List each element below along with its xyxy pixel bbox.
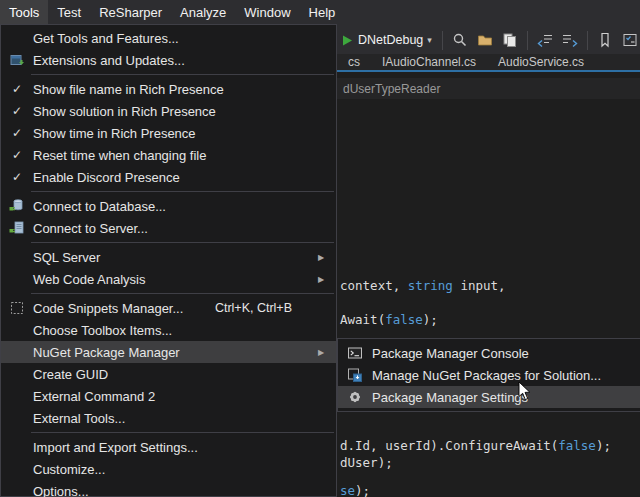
menu-item-customize[interactable]: Customize... — [1, 458, 336, 480]
tab-iaudiochannel[interactable]: IAudioChannel.cs — [371, 54, 487, 70]
code-keyword: se — [340, 483, 355, 497]
submenu-item-label: Package Manager Settings — [372, 390, 528, 405]
checkmark-icon: ✓ — [12, 149, 22, 161]
menu-item-label: Get Tools and Features... — [33, 31, 179, 46]
menubar-item-window[interactable]: Window — [235, 0, 299, 24]
code-text: ); — [423, 312, 438, 327]
navigation-bar-dropdown[interactable]: dUserTypeReader — [337, 78, 640, 99]
menu-item-import-and-export-settings[interactable]: Import and Export Settings... — [1, 436, 336, 458]
menu-item-code-snippets-manager[interactable]: Code Snippets Manager... Ctrl+K, Ctrl+B — [1, 297, 336, 319]
code-text: dUser); — [340, 455, 393, 470]
open-folder-icon[interactable] — [475, 30, 495, 50]
menubar-item-test[interactable]: Test — [48, 0, 90, 24]
submenu-item-package-manager-console[interactable]: Package Manager Console — [338, 342, 640, 364]
toolbar-separator — [587, 31, 588, 50]
code-text: context, — [340, 278, 408, 293]
menu-item-external-command-2[interactable]: External Command 2 — [1, 385, 336, 407]
menubar-label: Window — [244, 5, 290, 20]
task-list-icon[interactable] — [620, 30, 640, 50]
play-icon — [341, 34, 354, 47]
copy-icon[interactable] — [500, 30, 520, 50]
submenu-item-package-manager-settings[interactable]: Package Manager Settings — [338, 386, 640, 408]
checkmark-icon: ✓ — [12, 83, 22, 95]
menu-item-external-tools[interactable]: External Tools... — [1, 407, 336, 429]
menubar-item-tools[interactable]: Tools — [0, 0, 48, 24]
start-debug-button[interactable]: DNetDebug ▾ — [338, 31, 435, 49]
menubar-label: Tools — [9, 5, 39, 20]
menu-item-shortcut: Ctrl+K, Ctrl+B — [215, 301, 292, 315]
menubar-item-analyze[interactable]: Analyze — [171, 0, 235, 24]
code-line: Await(false); — [340, 312, 438, 327]
menu-item-choose-toolbox-items[interactable]: Choose Toolbox Items... — [1, 319, 336, 341]
menu-item-connect-to-database[interactable]: Connect to Database... — [1, 195, 336, 217]
menubar-label: Test — [57, 5, 81, 20]
menu-item-options[interactable]: Options... — [1, 480, 336, 497]
menu-item-get-tools-and-features[interactable]: Get Tools and Features... — [1, 27, 336, 49]
menu-item-label: Enable Discord Presence — [33, 170, 180, 185]
menu-item-label: Options... — [33, 484, 89, 497]
code-line: context, string input, — [340, 278, 506, 293]
menu-item-show-time-in-rich-presence[interactable]: ✓ Show time in Rich Presence — [1, 122, 336, 144]
code-keyword: string — [408, 278, 453, 293]
toolbar-separator — [442, 31, 443, 50]
menu-item-label: Reset time when changing file — [33, 148, 206, 163]
checkmark-icon: ✓ — [12, 127, 22, 139]
menu-item-reset-time-when-changing-file[interactable]: ✓ Reset time when changing file — [1, 144, 336, 166]
menu-item-extensions-and-updates[interactable]: Extensions and Updates... — [1, 49, 336, 71]
menu-item-label: Show solution in Rich Presence — [33, 104, 216, 119]
extensions-icon — [9, 52, 25, 68]
nav-back-list-icon[interactable] — [535, 30, 555, 50]
nuget-package-manager-submenu: Package Manager Console Manage NuGet Pac… — [337, 338, 640, 412]
menubar-item-resharper[interactable]: ReSharper — [90, 0, 171, 24]
bookmark-icon[interactable] — [595, 30, 615, 50]
menu-item-enable-discord-presence[interactable]: ✓ Enable Discord Presence — [1, 166, 336, 188]
menu-item-label: Choose Toolbox Items... — [33, 323, 172, 338]
code-text: input, — [453, 278, 506, 293]
tab-label: AudioService.cs — [498, 55, 584, 69]
menu-item-nuget-package-manager[interactable]: NuGet Package Manager ▶ — [1, 341, 336, 363]
code-text: d.Id, userId).ConfigureAwait( — [340, 438, 558, 453]
connect-server-icon — [9, 220, 25, 236]
menu-item-label: Show file name in Rich Presence — [33, 82, 224, 97]
menu-item-sql-server[interactable]: SQL Server ▶ — [1, 246, 336, 268]
menubar-label: Analyze — [180, 5, 226, 20]
menubar-label: Help — [309, 5, 336, 20]
menu-separator — [31, 242, 334, 243]
menu-item-label: Show time in Rich Presence — [33, 126, 196, 141]
menu-item-label: Customize... — [33, 462, 105, 477]
menu-item-label: NuGet Package Manager — [33, 345, 180, 360]
menu-item-label: Import and Export Settings... — [33, 440, 198, 455]
nav-forward-list-icon[interactable] — [560, 30, 580, 50]
submenu-item-label: Package Manager Console — [372, 346, 529, 361]
search-icon[interactable] — [450, 30, 470, 50]
menu-item-label: Create GUID — [33, 367, 108, 382]
submenu-arrow-icon: ▶ — [312, 348, 330, 357]
menu-item-label: Connect to Server... — [33, 221, 148, 236]
submenu-item-manage-nuget-packages-for-solution[interactable]: Manage NuGet Packages for Solution... — [338, 364, 640, 386]
menu-item-label: External Command 2 — [33, 389, 155, 404]
menu-item-connect-to-server[interactable]: Connect to Server... — [1, 217, 336, 239]
menu-item-show-file-name-in-rich-presence[interactable]: ✓ Show file name in Rich Presence — [1, 78, 336, 100]
tab-audioservice[interactable]: AudioService.cs — [487, 54, 595, 70]
menu-separator — [31, 191, 334, 192]
tab-label: cs — [348, 55, 360, 69]
code-snippets-icon — [9, 300, 25, 316]
menu-item-show-solution-in-rich-presence[interactable]: ✓ Show solution in Rich Presence — [1, 100, 336, 122]
tab-label: IAudioChannel.cs — [382, 55, 476, 69]
tab-document-1[interactable]: cs — [337, 54, 371, 70]
code-text: Await( — [340, 312, 385, 327]
menu-item-label: Connect to Database... — [33, 199, 166, 214]
menu-bar: Tools Test ReSharper Analyze Window Help — [0, 0, 640, 24]
navigation-bar-text: dUserTypeReader — [343, 82, 440, 96]
menu-item-label: SQL Server — [33, 250, 100, 265]
menu-separator — [31, 74, 334, 75]
menubar-label: ReSharper — [99, 5, 162, 20]
menu-item-web-code-analysis[interactable]: Web Code Analysis ▶ — [1, 268, 336, 290]
dropdown-arrow-icon: ▾ — [427, 35, 432, 45]
menu-item-create-guid[interactable]: Create GUID — [1, 363, 336, 385]
code-line: dUser); — [340, 455, 393, 470]
gear-icon — [347, 389, 363, 405]
mouse-cursor-icon — [518, 381, 532, 402]
manage-packages-icon — [347, 367, 363, 383]
menubar-item-help[interactable]: Help — [300, 0, 345, 24]
